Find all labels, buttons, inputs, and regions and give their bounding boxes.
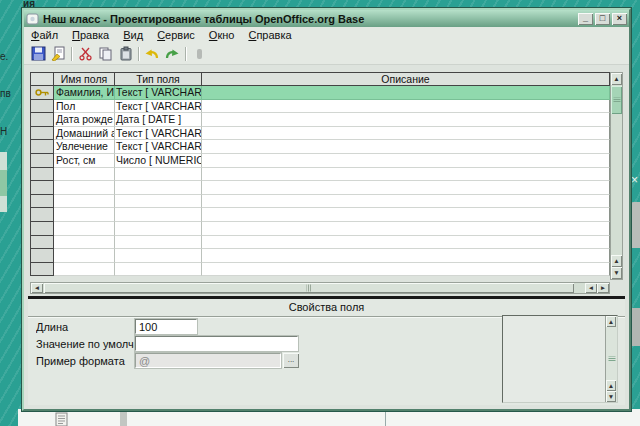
cut-button[interactable] — [75, 45, 95, 63]
table-row[interactable] — [30, 195, 610, 209]
save-button[interactable] — [28, 45, 48, 63]
field-description-cell[interactable] — [202, 236, 610, 250]
field-description-cell[interactable] — [202, 86, 610, 100]
scroll-right-button[interactable]: ► — [597, 283, 609, 293]
scroll-up-button[interactable]: ▲ — [606, 316, 616, 327]
field-type-cell[interactable] — [115, 236, 202, 250]
horizontal-scrollbar[interactable]: ◄ ◄ ► — [30, 282, 610, 294]
table-row[interactable] — [30, 222, 610, 236]
field-description-cell[interactable] — [202, 100, 610, 114]
row-selector[interactable] — [30, 249, 54, 263]
vertical-scrollbar[interactable]: ▲ ▲ ▼ — [610, 72, 623, 280]
field-type-cell[interactable] — [115, 263, 202, 277]
field-type-cell[interactable]: Текст [ VARCHAR ] — [115, 100, 202, 114]
field-type-cell[interactable]: Число [ NUMERIC ] — [115, 154, 202, 168]
menu-item-view[interactable]: Вид — [116, 28, 150, 42]
field-description-cell[interactable] — [202, 127, 610, 141]
field-description-cell[interactable] — [202, 181, 610, 195]
vertical-scrollbar-thumb[interactable] — [611, 86, 622, 114]
row-selector[interactable] — [30, 236, 54, 250]
table-row[interactable] — [30, 263, 610, 277]
field-name-cell[interactable]: Рост, см — [54, 154, 115, 168]
table-row[interactable] — [30, 249, 610, 263]
field-description-cell[interactable] — [202, 208, 610, 222]
paste-button[interactable] — [115, 45, 135, 63]
field-type-cell[interactable] — [115, 208, 202, 222]
table-row[interactable]: ПолТекст [ VARCHAR ] — [30, 100, 610, 114]
copy-button[interactable] — [95, 45, 115, 63]
row-selector[interactable] — [30, 208, 54, 222]
scroll-up-button[interactable]: ▲ — [611, 73, 622, 85]
grid-corner-cell[interactable] — [30, 72, 54, 86]
field-name-cell[interactable] — [54, 236, 115, 250]
field-name-cell[interactable] — [54, 222, 115, 236]
scroll-up-button[interactable]: ▲ — [606, 380, 616, 391]
row-selector[interactable] — [30, 86, 54, 100]
scroll-down-button[interactable]: ▼ — [611, 267, 622, 279]
field-type-cell[interactable]: Текст [ VARCHAR ] — [115, 86, 202, 100]
undo-button[interactable] — [142, 45, 162, 63]
field-name-cell[interactable] — [54, 181, 115, 195]
field-type-cell[interactable] — [115, 249, 202, 263]
edit-button[interactable] — [48, 45, 68, 63]
column-header-name[interactable]: Имя поля — [54, 72, 115, 86]
menu-item-file[interactable]: Файл — [24, 28, 65, 42]
column-header-description[interactable]: Описание — [202, 72, 610, 86]
row-selector[interactable] — [30, 195, 54, 209]
field-name-cell[interactable]: Фамилия, И — [54, 86, 115, 100]
field-name-cell[interactable] — [54, 263, 115, 277]
field-description-cell[interactable] — [202, 249, 610, 263]
row-selector[interactable] — [30, 168, 54, 182]
table-row[interactable] — [30, 208, 610, 222]
maximize-button[interactable]: □ — [595, 13, 610, 25]
field-type-cell[interactable]: Текст [ VARCHAR ] — [115, 127, 202, 141]
field-type-cell[interactable] — [115, 168, 202, 182]
field-type-cell[interactable]: Текст [ VARCHAR ] — [115, 140, 202, 154]
row-selector[interactable] — [30, 263, 54, 277]
redo-button[interactable] — [162, 45, 182, 63]
field-name-cell[interactable] — [54, 249, 115, 263]
horizontal-scrollbar-thumb[interactable] — [44, 283, 574, 293]
row-selector[interactable] — [30, 140, 54, 154]
default-value-input[interactable] — [135, 336, 298, 351]
close-button[interactable]: × — [612, 13, 627, 25]
field-description-cell[interactable] — [202, 154, 610, 168]
field-type-cell[interactable]: Дата [ DATE ] — [115, 113, 202, 127]
field-name-cell[interactable] — [54, 168, 115, 182]
title-bar[interactable]: Наш класс - Проектирование таблицы OpenO… — [24, 10, 629, 27]
menu-item-help[interactable]: Справка — [241, 28, 298, 42]
row-selector[interactable] — [30, 222, 54, 236]
table-row[interactable] — [30, 236, 610, 250]
row-selector[interactable] — [30, 154, 54, 168]
table-row[interactable]: Рост, смЧисло [ NUMERIC ] — [30, 154, 610, 168]
menu-item-window[interactable]: Окно — [202, 28, 242, 42]
length-input[interactable] — [135, 319, 197, 334]
row-selector[interactable] — [30, 100, 54, 114]
scroll-left-button[interactable]: ◄ — [585, 283, 597, 293]
field-name-cell[interactable]: Домашний а — [54, 127, 115, 141]
field-type-cell[interactable] — [115, 181, 202, 195]
field-description-cell[interactable] — [202, 222, 610, 236]
field-description-cell[interactable] — [202, 113, 610, 127]
field-description-cell[interactable] — [202, 263, 610, 277]
table-row[interactable] — [30, 168, 610, 182]
row-selector[interactable] — [30, 113, 54, 127]
scroll-up-button[interactable]: ▲ — [611, 255, 622, 267]
table-row[interactable]: УвлечениеТекст [ VARCHAR ] — [30, 140, 610, 154]
row-selector[interactable] — [30, 181, 54, 195]
row-selector[interactable] — [30, 127, 54, 141]
table-row[interactable]: Домашний аТекст [ VARCHAR ] — [30, 127, 610, 141]
scroll-left-button[interactable]: ◄ — [31, 283, 43, 293]
column-header-type[interactable]: Тип поля — [115, 72, 202, 86]
table-row[interactable] — [30, 181, 610, 195]
table-row[interactable]: Дата рождеДата [ DATE ] — [30, 113, 610, 127]
field-name-cell[interactable] — [54, 195, 115, 209]
field-description-cell[interactable] — [202, 168, 610, 182]
field-description-cell[interactable] — [202, 195, 610, 209]
field-name-cell[interactable]: Пол — [54, 100, 115, 114]
menu-item-tools[interactable]: Сервис — [150, 28, 202, 42]
minimize-button[interactable]: _ — [578, 13, 593, 25]
format-browse-button[interactable]: ... — [283, 353, 299, 368]
help-scrollbar[interactable]: ▲ ▲ ▼ — [605, 316, 617, 402]
field-description-cell[interactable] — [202, 140, 610, 154]
